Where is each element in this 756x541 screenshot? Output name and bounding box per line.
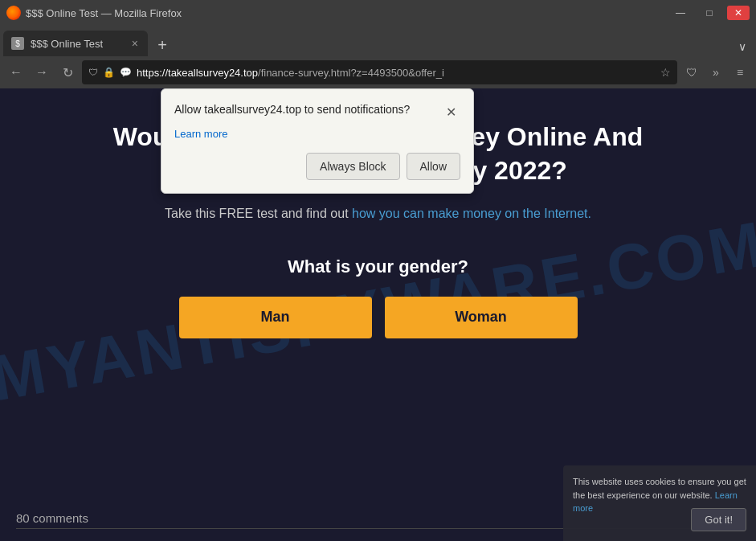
popup-title: Allow takeallsurvey24.top to send notifi… — [174, 102, 410, 118]
refresh-button[interactable]: ↻ — [56, 61, 79, 84]
tab-label: $$$ Online Test — [31, 38, 124, 50]
gender-question: What is your gender? — [288, 256, 468, 277]
lock-icon: 🔒 — [103, 67, 115, 78]
page-content: MYANTISPYWARE.COM Would You Like To Make… — [0, 88, 756, 541]
got-it-button[interactable]: Got it! — [691, 508, 746, 531]
browser-window: $$$ Online Test — Mozilla Firefox — □ ✕ … — [0, 0, 756, 541]
comments-count: 80 comments — [16, 511, 88, 525]
subtext-part1: Take this FREE test and find out — [165, 207, 352, 220]
back-button[interactable]: ← — [5, 61, 27, 84]
popup-buttons: Always Block Allow — [174, 153, 460, 180]
url-domain: https://takeallsurvey24.top — [137, 67, 258, 79]
tab-close-button[interactable]: × — [130, 35, 140, 51]
shield-button[interactable]: 🛡 — [680, 61, 703, 84]
menu-button[interactable]: ≡ — [729, 61, 751, 84]
active-tab[interactable]: $ $$$ Online Test × — [3, 31, 148, 56]
man-button[interactable]: Man — [179, 297, 372, 338]
popup-header: Allow takeallsurvey24.top to send notifi… — [174, 102, 460, 121]
woman-button[interactable]: Woman — [385, 297, 578, 338]
nav-right-controls: 🛡 » ≡ — [680, 61, 751, 84]
window-title: $$$ Online Test — Mozilla Firefox — [26, 7, 182, 19]
allow-button[interactable]: Allow — [407, 153, 460, 180]
url-display[interactable]: https://takeallsurvey24.top/finance-surv… — [137, 67, 656, 79]
window-controls: — □ ✕ — [669, 6, 750, 20]
cookie-banner: This website uses cookies to ensure you … — [563, 465, 756, 541]
subtext-highlight: how you can make money on the Internet. — [352, 207, 591, 220]
notification-permission-icon: 💬 — [120, 67, 132, 78]
maximize-button[interactable]: □ — [698, 6, 721, 20]
tab-bar: $ $$$ Online Test × + ∨ — [0, 26, 756, 56]
extensions-button[interactable]: » — [705, 61, 727, 84]
address-bar[interactable]: 🛡 🔒 💬 https://takeallsurvey24.top/financ… — [82, 60, 677, 84]
tab-overflow-button[interactable]: ∨ — [732, 37, 753, 56]
bookmark-icon[interactable]: ☆ — [660, 66, 671, 79]
navigation-bar: ← → ↻ 🛡 🔒 💬 https://takeallsurvey24.top/… — [0, 56, 756, 88]
close-button[interactable]: ✕ — [727, 6, 750, 20]
new-tab-button[interactable]: + — [151, 34, 174, 56]
comments-section: 80 comments — [16, 511, 88, 525]
minimize-button[interactable]: — — [669, 6, 692, 20]
forward-button[interactable]: → — [31, 61, 53, 84]
shield-icon: 🛡 — [88, 67, 98, 78]
notification-popup: Allow takeallsurvey24.top to send notifi… — [161, 88, 474, 194]
popup-close-button[interactable]: ✕ — [441, 102, 460, 121]
tab-favicon: $ — [11, 37, 24, 50]
title-bar-left: $$$ Online Test — Mozilla Firefox — [6, 6, 182, 20]
gender-buttons: Man Woman — [179, 297, 578, 338]
firefox-logo — [6, 6, 21, 20]
title-bar: $$$ Online Test — Mozilla Firefox — □ ✕ — [0, 0, 756, 26]
popup-learn-more-link[interactable]: Learn more — [174, 128, 460, 140]
url-path: /finance-survey.html?z=4493500&offer_i — [258, 67, 444, 79]
always-block-button[interactable]: Always Block — [306, 153, 399, 180]
subtext: Take this FREE test and find out how you… — [165, 203, 591, 224]
